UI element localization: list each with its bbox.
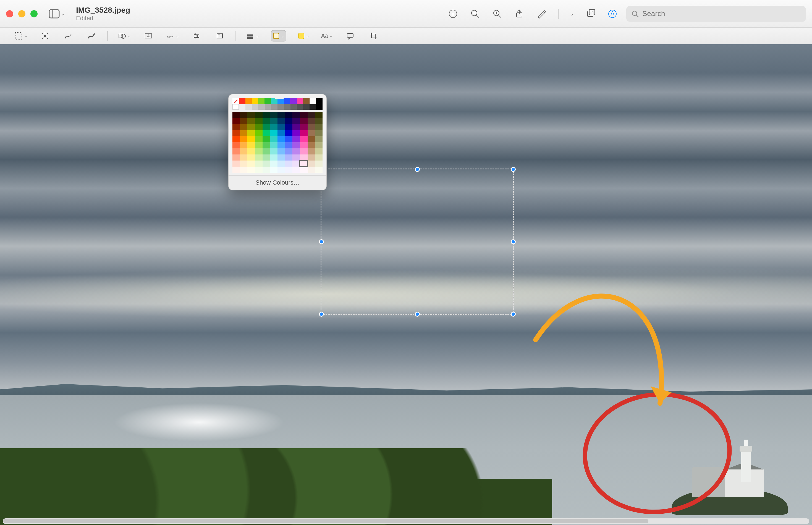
color-swatch[interactable] (262, 167, 270, 173)
color-swatch[interactable] (307, 118, 315, 124)
color-swatch[interactable] (240, 136, 247, 142)
color-swatch[interactable] (247, 161, 255, 167)
color-swatch[interactable] (307, 130, 315, 136)
color-swatch[interactable] (285, 112, 292, 118)
color-swatch[interactable] (240, 167, 247, 173)
color-swatch[interactable] (255, 124, 262, 130)
minimize-window-button[interactable] (18, 10, 26, 17)
zoom-out-button[interactable] (469, 8, 481, 19)
color-swatch[interactable] (262, 148, 270, 154)
color-none[interactable] (232, 98, 239, 104)
color-swatch[interactable] (315, 154, 322, 161)
color-swatch[interactable] (300, 167, 307, 173)
color-swatch[interactable] (255, 154, 262, 161)
fullscreen-window-button[interactable] (30, 10, 37, 17)
color-swatch[interactable] (240, 112, 247, 118)
color-swatch[interactable] (300, 124, 307, 130)
color-swatch[interactable] (300, 130, 307, 136)
grey-swatch[interactable] (258, 104, 265, 110)
color-swatch[interactable] (300, 118, 307, 124)
color-swatch[interactable] (240, 154, 247, 161)
scrollbar-thumb[interactable] (3, 519, 648, 523)
color-green[interactable] (265, 98, 271, 104)
color-swatch[interactable] (292, 142, 300, 148)
search-input[interactable] (642, 10, 801, 18)
color-swatch[interactable] (277, 167, 285, 173)
info-button[interactable] (448, 8, 458, 19)
color-swatch[interactable] (292, 148, 300, 154)
color-swatch[interactable] (307, 142, 315, 148)
share-button[interactable] (514, 8, 525, 19)
grey-swatch[interactable] (252, 104, 258, 110)
color-swatch[interactable] (292, 167, 300, 173)
color-swatch[interactable] (285, 118, 292, 124)
color-swatch[interactable] (292, 130, 300, 136)
shapes-tool[interactable]: ⌄ (118, 30, 131, 42)
color-swatch[interactable] (285, 154, 292, 161)
color-swatch[interactable] (255, 130, 262, 136)
selection-handle-w[interactable] (319, 239, 324, 244)
color-swatch[interactable] (285, 142, 292, 148)
selection-handle-e[interactable] (511, 239, 516, 244)
color-purple[interactable] (290, 98, 297, 104)
color-swatch[interactable] (255, 112, 262, 118)
color-swatch[interactable] (285, 124, 292, 130)
color-swatch[interactable] (262, 136, 270, 142)
color-swatch[interactable] (300, 154, 307, 161)
color-swatch[interactable] (315, 136, 322, 142)
sidebar-toggle-button[interactable]: ⌄ (49, 9, 65, 18)
color-swatch[interactable] (240, 130, 247, 136)
color-swatch[interactable] (232, 130, 240, 136)
color-swatch[interactable] (262, 130, 270, 136)
horizontal-scrollbar[interactable] (3, 519, 809, 524)
chevron-down-icon[interactable]: ⌄ (570, 11, 574, 17)
color-swatch[interactable] (315, 130, 322, 136)
color-swatch[interactable] (315, 167, 322, 173)
color-swatch[interactable] (285, 148, 292, 154)
color-swatch[interactable] (247, 124, 255, 130)
color-swatch[interactable] (247, 142, 255, 148)
color-lime[interactable] (258, 98, 265, 104)
color-swatch[interactable] (240, 118, 247, 124)
adjust-color-tool[interactable] (191, 30, 202, 42)
color-swatch[interactable] (307, 167, 315, 173)
note-tool[interactable] (344, 30, 356, 42)
color-swatch[interactable] (292, 112, 300, 118)
color-swatch[interactable] (270, 142, 277, 148)
color-swatch[interactable] (307, 161, 315, 167)
color-black[interactable] (316, 98, 322, 104)
color-swatch[interactable] (315, 142, 322, 148)
color-swatch[interactable] (292, 136, 300, 142)
color-swatch[interactable] (277, 161, 285, 167)
color-swatch[interactable] (232, 112, 240, 118)
grey-swatch[interactable] (271, 104, 277, 110)
color-swatch[interactable] (232, 118, 240, 124)
sketch-tool[interactable] (62, 30, 74, 42)
color-swatch[interactable] (277, 136, 285, 142)
color-swatch[interactable] (232, 124, 240, 130)
color-swatch[interactable] (270, 167, 277, 173)
grey-swatch[interactable] (316, 104, 322, 110)
instant-alpha-tool[interactable] (39, 30, 51, 42)
color-brown[interactable] (303, 98, 310, 104)
color-swatch[interactable] (232, 148, 240, 154)
color-swatch[interactable] (292, 154, 300, 161)
color-swatch[interactable] (277, 148, 285, 154)
zoom-in-button[interactable] (492, 8, 503, 19)
color-yellow[interactable] (252, 98, 258, 104)
color-swatch[interactable] (277, 112, 285, 118)
color-swatch[interactable] (247, 136, 255, 142)
color-swatch[interactable] (240, 161, 247, 167)
color-swatch[interactable] (285, 136, 292, 142)
crop-tool[interactable] (367, 30, 379, 42)
color-swatch[interactable] (270, 118, 277, 124)
border-color-picker[interactable]: ⌄ (271, 30, 286, 42)
color-swatch[interactable] (247, 130, 255, 136)
grey-swatch[interactable] (290, 104, 297, 110)
color-swatch[interactable] (255, 167, 262, 173)
selection-rectangle[interactable] (320, 168, 514, 315)
color-swatch[interactable] (277, 130, 285, 136)
color-swatch[interactable] (255, 136, 262, 142)
line-style-picker[interactable]: ⌄ (246, 30, 259, 42)
color-swatch[interactable] (277, 142, 285, 148)
